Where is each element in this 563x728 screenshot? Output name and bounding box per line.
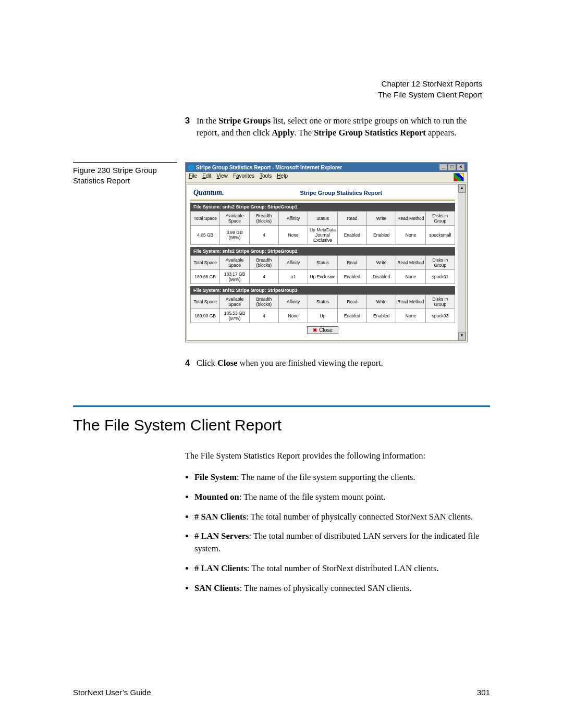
- cell: Enabled: [337, 270, 366, 284]
- cell: Enabled: [366, 226, 396, 245]
- column-header: Total Space: [191, 295, 220, 309]
- header-subtitle: The File System Client Report: [378, 89, 482, 100]
- footer-left: StorNext User’s Guide: [73, 688, 151, 697]
- step-4: 4 Click Close when you are finished view…: [185, 357, 490, 369]
- column-header: Status: [308, 212, 337, 226]
- column-header: Disks in Group: [425, 295, 455, 309]
- column-header: Write: [366, 212, 396, 226]
- menu-help[interactable]: Help: [277, 173, 288, 181]
- ie-logo-icon: [454, 173, 464, 181]
- browser-window: 🌐 Stripe Group Statistics Report - Micro…: [185, 162, 468, 342]
- list-item: Mounted on: The name of the file system …: [194, 491, 490, 503]
- close-button[interactable]: ✖Close: [307, 326, 338, 334]
- column-header: Breadth (blocks): [249, 212, 278, 226]
- column-header: Disks in Group: [425, 256, 455, 270]
- step-number: 4: [185, 357, 197, 369]
- window-title: Stripe Group Statistics Report - Microso…: [196, 165, 342, 170]
- chapter-line: Chapter 12 StorNext Reports: [378, 78, 482, 89]
- stripe-group-bar: File System: snfs2 Stripe Group: StripeG…: [190, 203, 455, 211]
- cell: 189.66 GB: [191, 270, 220, 284]
- cell: spock01: [425, 270, 455, 284]
- cell: 4: [249, 270, 278, 284]
- menu-edit[interactable]: Edit: [202, 173, 211, 181]
- step-text: In the Stripe Groups list, select one or…: [197, 115, 490, 139]
- step-text: Click Close when you are finished viewin…: [197, 357, 490, 369]
- footer-page-number: 301: [477, 688, 490, 697]
- column-header: Status: [308, 256, 337, 270]
- field-term: SAN Clients: [194, 583, 240, 593]
- menu-favorites[interactable]: Favorites: [233, 173, 254, 181]
- close-label: Close: [319, 327, 333, 333]
- cell: Enabled: [366, 309, 396, 323]
- list-item: SAN Clients: The names of physically con…: [194, 582, 490, 595]
- page-footer: StorNext User’s Guide 301: [73, 688, 490, 697]
- field-term: # LAN Servers: [194, 531, 249, 541]
- cell: Up: [308, 309, 337, 323]
- cell: 185.53 GB (97%): [220, 309, 249, 323]
- cell: spock03: [425, 309, 455, 323]
- report-title: Stripe Group Statistics Report: [227, 190, 455, 196]
- figure-caption: Figure 230 Stripe Group Statistics Repor…: [73, 162, 177, 187]
- stripe-group-bar: File System: snfs2 Stripe Group: StripeG…: [190, 286, 455, 294]
- column-header: Read: [337, 212, 366, 226]
- cell: Disabled: [366, 270, 396, 284]
- cell: None: [396, 270, 425, 284]
- field-desc: : The total number of StorNext distribut…: [247, 563, 439, 573]
- column-header: Affinity: [278, 256, 308, 270]
- page-header: Chapter 12 StorNext Reports The File Sys…: [378, 78, 482, 100]
- field-desc: : The total number of physically connect…: [246, 512, 473, 522]
- column-header: Affinity: [278, 212, 308, 226]
- field-desc: : The name of the file system supporting…: [237, 472, 415, 482]
- section-intro: The File System Statistics Report provid…: [185, 450, 490, 462]
- field-term: Mounted on: [194, 492, 239, 502]
- column-header: Read: [337, 256, 366, 270]
- list-item: # SAN Clients: The total number of physi…: [194, 511, 490, 523]
- step-3: 3 In the Stripe Groups list, select one …: [185, 115, 490, 139]
- column-header: Affinity: [278, 295, 308, 309]
- menu-bar: File Edit View Favorites Tools Help: [186, 172, 467, 183]
- scroll-up-icon[interactable]: ▲: [458, 184, 466, 193]
- list-item: # LAN Servers: The total number of distr…: [194, 530, 490, 555]
- table-row: 189.00 GB185.53 GB (97%)4NoneUpEnabledEn…: [191, 309, 455, 323]
- cell: 183.17 GB (96%): [220, 270, 249, 284]
- column-header: Read Method: [396, 212, 425, 226]
- menu-file[interactable]: File: [189, 173, 197, 181]
- cell: Up Exclusive: [308, 270, 337, 284]
- column-header: Disks in Group: [425, 212, 455, 226]
- cell: spocksmall: [425, 226, 455, 245]
- stripe-group-bar: File System: snfs2 Stripe Group: StripeG…: [190, 247, 455, 255]
- list-item: File System: The name of the file system…: [194, 471, 490, 484]
- field-term: # SAN Clients: [194, 512, 246, 522]
- cell: None: [278, 309, 308, 323]
- column-header: Available Space: [220, 256, 249, 270]
- scroll-down-icon[interactable]: ▼: [458, 332, 466, 340]
- cell: Enabled: [337, 226, 366, 245]
- stripe-group-table: Total SpaceAvailable SpaceBreadth (block…: [190, 294, 455, 323]
- column-header: Read Method: [396, 256, 425, 270]
- table-row: 4.05 GB3.99 GB (98%)4NoneUp MetaData Jou…: [191, 226, 455, 245]
- app-icon: 🌐: [188, 165, 194, 170]
- field-desc: : The name of the file system mount poin…: [239, 492, 386, 502]
- column-header: Read: [337, 295, 366, 309]
- title-bar: 🌐 Stripe Group Statistics Report - Micro…: [186, 163, 467, 172]
- vertical-scrollbar[interactable]: ▲ ▼: [458, 184, 466, 340]
- minimize-button[interactable]: _: [439, 164, 447, 171]
- column-header: Status: [308, 295, 337, 309]
- field-desc: : The names of physically connected SAN …: [240, 583, 412, 593]
- cell: Enabled: [337, 309, 366, 323]
- column-header: Total Space: [191, 212, 220, 226]
- list-item: # LAN Clients: The total number of StorN…: [194, 562, 490, 575]
- cell: None: [396, 226, 425, 245]
- cell: 3.99 GB (98%): [220, 226, 249, 245]
- menu-view[interactable]: View: [216, 173, 228, 181]
- stripe-group-table: Total SpaceAvailable SpaceBreadth (block…: [190, 211, 455, 245]
- cell: None: [278, 226, 308, 245]
- cell: 4.05 GB: [191, 226, 220, 245]
- column-header: Breadth (blocks): [249, 256, 278, 270]
- maximize-button[interactable]: □: [448, 164, 456, 171]
- column-header: Available Space: [220, 212, 249, 226]
- close-window-button[interactable]: ×: [457, 164, 465, 171]
- menu-tools[interactable]: Tools: [260, 173, 272, 181]
- field-list: File System: The name of the file system…: [185, 471, 490, 595]
- column-header: Write: [366, 295, 396, 309]
